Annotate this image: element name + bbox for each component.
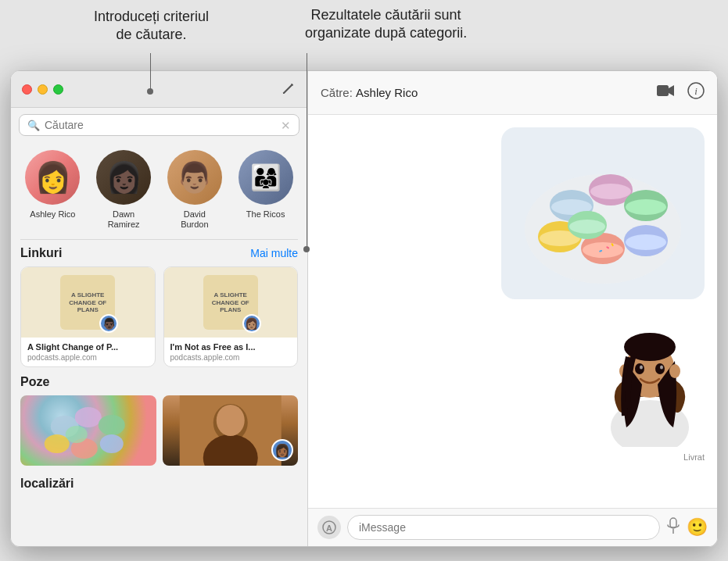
- photo-person[interactable]: 👩🏾: [163, 395, 299, 466]
- message-image-macarons: [501, 127, 705, 299]
- links-grid: A SLIGHTE CHANGE OF PLANS 👨🏿 A Slight Ch…: [20, 266, 298, 367]
- audio-record-button[interactable]: [666, 517, 680, 538]
- annotation-dot-right: [303, 246, 310, 252]
- info-button[interactable]: i: [687, 82, 705, 103]
- emoji-button[interactable]: 🙂: [687, 517, 708, 538]
- svg-point-41: [640, 366, 643, 370]
- divider-contacts: [20, 239, 298, 240]
- svg-point-39: [635, 363, 644, 374]
- svg-point-25: [583, 242, 623, 258]
- contact-dawn[interactable]: 👩🏿 Dawn Ramirez: [96, 150, 151, 230]
- chat-recipient-name: Ashley Rico: [356, 86, 418, 99]
- link-card-1[interactable]: A SLIGHTE CHANGE OF PLANS 👩🏽 I'm Not as …: [163, 266, 299, 367]
- sidebar: 🔍 ✕ 👩 Ashley Rico 👩🏿 Dawn Ramirez: [11, 71, 308, 546]
- link-card-domain-0: podcasts.apple.com: [27, 353, 149, 362]
- link-card-info-1: I'm Not as Free as I... podcasts.apple.c…: [164, 338, 298, 366]
- contact-name-ricos: The Ricos: [246, 209, 285, 220]
- svg-rect-11: [657, 85, 669, 96]
- avatar-ashley: 👩: [25, 150, 80, 205]
- link-card-info-0: A Slight Change of P... podcasts.apple.c…: [21, 338, 155, 366]
- svg-point-10: [216, 405, 244, 436]
- chat-header-actions: i: [656, 82, 705, 103]
- app-window: 🔍 ✕ 👩 Ashley Rico 👩🏿 Dawn Ramirez: [10, 70, 718, 547]
- video-call-button[interactable]: [656, 84, 675, 102]
- sidebar-titlebar: [11, 71, 307, 108]
- chat-header: Către: Ashley Rico i: [308, 71, 717, 115]
- svg-point-29: [569, 220, 605, 234]
- podcast-cover-0: A SLIGHTE CHANGE OF PLANS 👨🏿: [60, 275, 115, 330]
- contact-name-dawn: Dawn Ramirez: [108, 209, 140, 230]
- link-card-image-1: A SLIGHTE CHANGE OF PLANS 👩🏽: [164, 267, 298, 338]
- link-card-title-1: I'm Not as Free as I...: [170, 342, 292, 352]
- link-card-0[interactable]: A SLIGHTE CHANGE OF PLANS 👨🏿 A Slight Ch…: [20, 266, 156, 367]
- svg-rect-45: [670, 518, 676, 528]
- svg-point-1: [75, 407, 102, 427]
- chat-messages: Livrat: [308, 115, 717, 508]
- message-input[interactable]: [347, 515, 660, 540]
- podcast-avatar-1: 👩🏽: [242, 314, 261, 333]
- svg-point-2: [99, 415, 125, 435]
- search-icon: 🔍: [27, 120, 40, 131]
- search-input[interactable]: [45, 119, 276, 131]
- close-button[interactable]: [22, 84, 32, 95]
- contact-david[interactable]: 👨🏽 David Burdon: [167, 150, 222, 230]
- links-section: Linkuri Mai multe A SLIGHTE CHANGE OF PL…: [11, 246, 307, 375]
- annotation-line-right: [307, 53, 307, 248]
- message-status: Livrat: [683, 452, 705, 462]
- traffic-lights: [22, 84, 63, 95]
- link-card-domain-1: podcasts.apple.com: [170, 353, 292, 362]
- annotation-line-left: [150, 53, 151, 91]
- photo-macarons[interactable]: [20, 395, 156, 466]
- memoji-figure: [595, 310, 705, 451]
- link-card-image-0: A SLIGHTE CHANGE OF PLANS 👨🏿: [21, 267, 155, 338]
- contact-name-david: David Burdon: [181, 209, 208, 230]
- photos-section: Poze: [11, 375, 307, 473]
- message-memoji: Livrat: [595, 310, 705, 462]
- contact-name-ashley: Ashley Rico: [30, 209, 75, 220]
- search-clear-button[interactable]: ✕: [281, 120, 291, 131]
- avatar-dawn: 👩🏿: [96, 150, 151, 205]
- podcast-cover-1: A SLIGHTE CHANGE OF PLANS 👩🏽: [203, 275, 258, 330]
- svg-point-38: [669, 364, 680, 378]
- svg-point-21: [626, 199, 666, 215]
- svg-text:A: A: [326, 523, 332, 533]
- links-title: Linkuri: [20, 246, 62, 260]
- search-bar: 🔍 ✕: [19, 114, 299, 136]
- locations-title: localizări: [11, 473, 307, 495]
- photos-title: Poze: [20, 375, 49, 389]
- avatar-david: 👨🏽: [167, 150, 222, 205]
- podcast-avatar-0: 👨🏿: [99, 314, 118, 333]
- annotation-results: Rezultatele căutării sunt organizate dup…: [305, 6, 467, 43]
- svg-text:i: i: [694, 85, 698, 97]
- contacts-row: 👩 Ashley Rico 👩🏿 Dawn Ramirez 👨🏽 Da: [11, 142, 307, 238]
- photos-header: Poze: [20, 375, 298, 389]
- svg-point-6: [66, 426, 88, 443]
- links-more-button[interactable]: Mai multe: [250, 247, 298, 259]
- svg-point-42: [660, 366, 663, 370]
- contact-ricos[interactable]: 👨‍👩‍👧 The Ricos: [238, 150, 293, 230]
- maximize-button[interactable]: [53, 84, 63, 95]
- annotation-search: Introduceți criteriul de căutare.: [94, 8, 209, 45]
- chat-panel: Către: Ashley Rico i: [308, 71, 717, 546]
- contact-ashley[interactable]: 👩 Ashley Rico: [25, 150, 80, 230]
- minimize-button[interactable]: [38, 84, 48, 95]
- svg-point-5: [100, 434, 124, 453]
- chat-input-bar: A 🙂: [308, 508, 717, 546]
- svg-point-27: [626, 234, 666, 250]
- svg-point-3: [45, 434, 70, 453]
- photos-grid: 👩🏾: [20, 395, 298, 466]
- link-card-title-0: A Slight Change of P...: [27, 342, 149, 352]
- annotation-dot-left: [147, 88, 153, 95]
- avatar-ricos: 👨‍👩‍👧: [238, 150, 293, 205]
- compose-button[interactable]: [279, 80, 296, 98]
- chat-recipient-label: Către: Ashley Rico: [321, 86, 418, 99]
- apps-button[interactable]: A: [317, 516, 341, 539]
- links-header: Linkuri Mai multe: [20, 246, 298, 260]
- svg-point-19: [590, 184, 631, 199]
- svg-point-40: [655, 363, 665, 374]
